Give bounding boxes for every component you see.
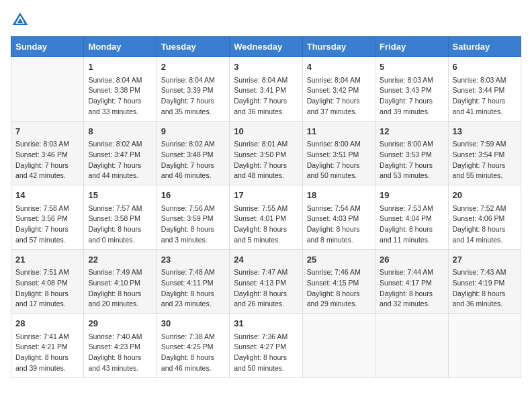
day-info: Daylight: 8 hours xyxy=(15,289,79,300)
day-info: Sunset: 3:38 PM xyxy=(88,85,152,96)
day-info: Daylight: 7 hours xyxy=(234,96,298,107)
day-number: 17 xyxy=(234,189,298,202)
calendar-cell: 11Sunrise: 8:00 AMSunset: 3:51 PMDayligh… xyxy=(302,121,375,185)
day-info: Sunset: 4:25 PM xyxy=(161,342,225,353)
day-info: and 46 minutes. xyxy=(161,171,225,181)
day-info: Daylight: 8 hours xyxy=(307,224,371,235)
day-number: 22 xyxy=(88,253,152,267)
day-info: Sunset: 3:54 PM xyxy=(453,150,517,161)
day-info: Sunrise: 7:40 AM xyxy=(88,332,152,342)
day-info: Sunrise: 7:41 AM xyxy=(15,332,79,342)
day-number: 19 xyxy=(380,189,443,202)
day-info: Sunrise: 8:04 AM xyxy=(88,75,152,86)
day-info: Sunrise: 7:59 AM xyxy=(453,139,517,150)
day-info: Sunset: 4:11 PM xyxy=(161,278,225,289)
day-number: 18 xyxy=(307,189,371,202)
day-number: 4 xyxy=(307,60,371,74)
day-number: 25 xyxy=(307,253,371,267)
day-number: 26 xyxy=(380,253,443,267)
calendar-cell: 26Sunrise: 7:44 AMSunset: 4:17 PMDayligh… xyxy=(375,249,448,314)
day-info: and 35 minutes. xyxy=(161,107,225,118)
day-info: and 32 minutes. xyxy=(380,299,443,310)
day-number: 20 xyxy=(453,189,517,202)
calendar-cell: 5Sunrise: 8:03 AMSunset: 3:43 PMDaylight… xyxy=(375,57,448,122)
day-info: and 5 minutes. xyxy=(234,235,298,246)
calendar-cell: 28Sunrise: 7:41 AMSunset: 4:21 PMDayligh… xyxy=(11,314,84,378)
day-info: Daylight: 7 hours xyxy=(453,96,517,107)
day-info: and 23 minutes. xyxy=(161,299,225,310)
day-info: Sunset: 3:43 PM xyxy=(380,85,443,96)
calendar-week-row: 1Sunrise: 8:04 AMSunset: 3:38 PMDaylight… xyxy=(11,57,521,122)
day-info: Sunrise: 8:03 AM xyxy=(453,75,517,86)
day-info: and 36 minutes. xyxy=(234,107,298,118)
day-info: and 8 minutes. xyxy=(307,235,371,246)
day-info: Sunrise: 8:00 AM xyxy=(307,139,371,150)
day-info: Daylight: 8 hours xyxy=(453,289,517,300)
day-info: Sunset: 3:59 PM xyxy=(161,214,225,224)
day-info: Daylight: 7 hours xyxy=(161,161,225,171)
day-info: Sunrise: 7:51 AM xyxy=(15,267,79,278)
day-header-friday: Friday xyxy=(375,37,448,57)
calendar-cell: 18Sunrise: 7:54 AMSunset: 4:03 PMDayligh… xyxy=(302,185,375,250)
calendar-week-row: 14Sunrise: 7:58 AMSunset: 3:56 PMDayligh… xyxy=(11,185,521,250)
day-info: Daylight: 7 hours xyxy=(15,224,79,235)
day-info: Daylight: 7 hours xyxy=(15,161,79,171)
day-info: Daylight: 8 hours xyxy=(88,289,152,300)
calendar-cell: 13Sunrise: 7:59 AMSunset: 3:54 PMDayligh… xyxy=(448,121,521,185)
day-info: Sunrise: 7:38 AM xyxy=(161,332,225,342)
day-info: and 53 minutes. xyxy=(380,171,443,181)
day-info: Sunrise: 7:53 AM xyxy=(380,203,443,214)
day-info: and 0 minutes. xyxy=(88,235,152,246)
calendar-week-row: 7Sunrise: 8:03 AMSunset: 3:46 PMDaylight… xyxy=(11,121,521,185)
day-number: 3 xyxy=(234,60,298,74)
day-info: Sunrise: 7:36 AM xyxy=(234,332,298,342)
day-info: and 29 minutes. xyxy=(307,299,371,310)
day-info: Daylight: 8 hours xyxy=(161,289,225,300)
day-info: Sunrise: 8:00 AM xyxy=(380,139,443,150)
day-info: Sunset: 4:10 PM xyxy=(88,278,152,289)
day-header-monday: Monday xyxy=(84,37,157,57)
day-info: and 39 minutes. xyxy=(15,363,79,374)
day-info: Sunrise: 8:04 AM xyxy=(161,75,225,86)
day-info: Sunrise: 7:46 AM xyxy=(307,267,371,278)
day-info: Daylight: 7 hours xyxy=(88,96,152,107)
day-info: Sunrise: 8:03 AM xyxy=(15,139,79,150)
day-number: 6 xyxy=(453,60,517,74)
day-info: Sunrise: 7:55 AM xyxy=(234,203,298,214)
day-info: Sunset: 3:41 PM xyxy=(234,85,298,96)
day-info: and 44 minutes. xyxy=(88,171,152,181)
calendar-cell: 4Sunrise: 8:04 AMSunset: 3:42 PMDaylight… xyxy=(302,57,375,122)
day-number: 21 xyxy=(15,253,79,267)
day-info: and 26 minutes. xyxy=(234,299,298,310)
calendar-cell xyxy=(375,314,448,378)
day-number: 7 xyxy=(15,125,79,138)
day-info: and 41 minutes. xyxy=(453,107,517,118)
day-number: 9 xyxy=(161,125,225,138)
calendar-cell: 2Sunrise: 8:04 AMSunset: 3:39 PMDaylight… xyxy=(157,57,229,122)
day-info: Sunset: 3:48 PM xyxy=(161,150,225,161)
calendar-cell: 27Sunrise: 7:43 AMSunset: 4:19 PMDayligh… xyxy=(448,249,521,314)
day-info: and 3 minutes. xyxy=(161,235,225,246)
calendar-week-row: 21Sunrise: 7:51 AMSunset: 4:08 PMDayligh… xyxy=(11,249,521,314)
day-number: 24 xyxy=(234,253,298,267)
day-number: 15 xyxy=(88,189,152,202)
calendar-cell: 7Sunrise: 8:03 AMSunset: 3:46 PMDaylight… xyxy=(11,121,84,185)
calendar-header-row: SundayMondayTuesdayWednesdayThursdayFrid… xyxy=(11,37,521,57)
day-info: Sunrise: 8:04 AM xyxy=(307,75,371,86)
day-info: Sunset: 4:06 PM xyxy=(453,214,517,224)
day-info: Daylight: 8 hours xyxy=(307,289,371,300)
day-number: 12 xyxy=(380,125,443,138)
day-info: Sunset: 3:53 PM xyxy=(380,150,443,161)
logo-icon xyxy=(11,11,30,30)
day-number: 8 xyxy=(88,125,152,138)
day-info: Sunrise: 8:03 AM xyxy=(380,75,443,86)
day-info: Daylight: 8 hours xyxy=(88,353,152,363)
day-info: Sunset: 3:58 PM xyxy=(88,214,152,224)
day-info: Daylight: 8 hours xyxy=(453,224,517,235)
day-info: Daylight: 7 hours xyxy=(234,161,298,171)
day-number: 29 xyxy=(88,317,152,330)
day-number: 10 xyxy=(234,125,298,138)
day-number: 27 xyxy=(453,253,517,267)
day-info: Sunrise: 8:01 AM xyxy=(234,139,298,150)
calendar-cell xyxy=(302,314,375,378)
